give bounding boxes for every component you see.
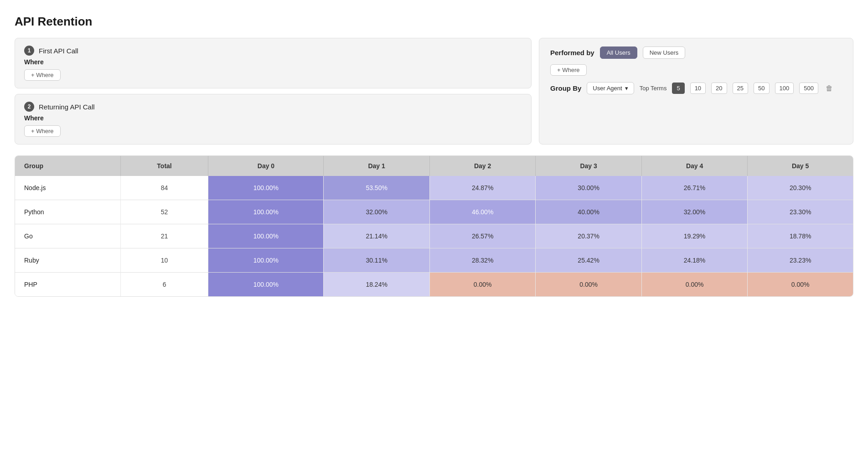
table-header-row: Group Total Day 0 Day 1 Day 2 Day 3 Day … (15, 156, 853, 176)
group-by-select[interactable]: User Agent ▾ (587, 82, 634, 94)
cell-day0: 100.00% (208, 248, 324, 273)
cell-day2: 24.87% (429, 176, 535, 200)
cell-group: Ruby (15, 248, 120, 273)
step-badge-2: 2 (24, 102, 34, 112)
performed-by-row: Performed by All Users New Users (550, 46, 842, 59)
trash-icon[interactable]: 🗑 (826, 84, 833, 93)
table-row: PHP 6 100.00% 18.24% 0.00% 0.00% 0.00% 0… (15, 273, 853, 297)
cell-day1: 32.00% (324, 200, 429, 224)
cell-day3: 0.00% (536, 273, 641, 297)
returning-api-call-box: 2 Returning API Call Where + Where (15, 94, 532, 145)
returning-add-where-button[interactable]: + Where (24, 125, 61, 137)
returning-api-call-name: Returning API Call (39, 103, 95, 111)
cell-day0: 100.00% (208, 273, 324, 297)
cell-day1: 30.11% (324, 248, 429, 273)
first-where-label: Where (24, 58, 522, 66)
term-50-button[interactable]: 50 (754, 83, 769, 94)
returning-api-call-header: 2 Returning API Call (24, 102, 522, 112)
cell-group: Python (15, 200, 120, 224)
col-group: Group (15, 156, 120, 176)
right-panel: Performed by All Users New Users + Where… (539, 38, 853, 145)
first-add-where-button[interactable]: + Where (24, 69, 61, 81)
table-row: Ruby 10 100.00% 30.11% 28.32% 25.42% 24.… (15, 248, 853, 273)
cell-day2: 26.57% (429, 224, 535, 248)
first-api-call-box: 1 First API Call Where + Where (15, 38, 532, 88)
term-20-button[interactable]: 20 (711, 83, 727, 94)
cell-day4: 19.29% (641, 224, 747, 248)
cell-day4: 0.00% (641, 273, 747, 297)
cell-day5: 18.78% (748, 224, 853, 248)
cell-group: Go (15, 224, 120, 248)
cell-day1: 53.50% (324, 176, 429, 200)
table-row: Python 52 100.00% 32.00% 46.00% 40.00% 3… (15, 200, 853, 224)
step-badge-1: 1 (24, 46, 34, 56)
cell-day1: 18.24% (324, 273, 429, 297)
returning-where-label: Where (24, 114, 522, 122)
table-row: Node.js 84 100.00% 53.50% 24.87% 30.00% … (15, 176, 853, 200)
cell-total: 21 (120, 224, 208, 248)
cell-day0: 100.00% (208, 224, 324, 248)
cell-total: 6 (120, 273, 208, 297)
top-terms-label: Top Terms (640, 85, 667, 92)
cell-day3: 40.00% (536, 200, 641, 224)
right-add-where-button[interactable]: + Where (550, 64, 587, 76)
col-day4: Day 4 (641, 156, 747, 176)
group-by-value: User Agent (593, 85, 622, 92)
col-day1: Day 1 (324, 156, 429, 176)
cell-day5: 0.00% (748, 273, 853, 297)
left-panel: 1 First API Call Where + Where 2 Returni… (15, 38, 532, 145)
cell-total: 52 (120, 200, 208, 224)
all-users-button[interactable]: All Users (600, 46, 637, 59)
col-day2: Day 2 (429, 156, 535, 176)
group-by-label: Group By (550, 84, 581, 92)
performed-by-label: Performed by (550, 49, 594, 57)
cell-day1: 21.14% (324, 224, 429, 248)
cell-total: 84 (120, 176, 208, 200)
cell-day2: 46.00% (429, 200, 535, 224)
group-by-row: Group By User Agent ▾ Top Terms 5 10 20 … (550, 82, 842, 94)
first-api-call-name: First API Call (39, 47, 78, 55)
cell-day0: 100.00% (208, 176, 324, 200)
cell-day5: 23.30% (748, 200, 853, 224)
cell-day4: 32.00% (641, 200, 747, 224)
cell-group: Node.js (15, 176, 120, 200)
first-api-call-header: 1 First API Call (24, 46, 522, 56)
term-500-button[interactable]: 500 (799, 83, 818, 94)
cell-day2: 28.32% (429, 248, 535, 273)
cell-day3: 30.00% (536, 176, 641, 200)
cell-group: PHP (15, 273, 120, 297)
term-10-button[interactable]: 10 (690, 83, 706, 94)
chevron-down-icon: ▾ (625, 85, 628, 92)
cell-day0: 100.00% (208, 200, 324, 224)
cell-day3: 25.42% (536, 248, 641, 273)
cell-day5: 23.23% (748, 248, 853, 273)
table-row: Go 21 100.00% 21.14% 26.57% 20.37% 19.29… (15, 224, 853, 248)
term-25-button[interactable]: 25 (733, 83, 748, 94)
top-section: 1 First API Call Where + Where 2 Returni… (15, 38, 853, 145)
cell-day2: 0.00% (429, 273, 535, 297)
retention-table: Group Total Day 0 Day 1 Day 2 Day 3 Day … (15, 156, 853, 296)
retention-table-wrapper: Group Total Day 0 Day 1 Day 2 Day 3 Day … (15, 155, 853, 297)
col-day0: Day 0 (208, 156, 324, 176)
new-users-button[interactable]: New Users (643, 46, 686, 59)
col-day3: Day 3 (536, 156, 641, 176)
col-total: Total (120, 156, 208, 176)
page-title: API Retention (15, 15, 853, 29)
cell-day4: 26.71% (641, 176, 747, 200)
cell-total: 10 (120, 248, 208, 273)
cell-day3: 20.37% (536, 224, 641, 248)
term-5-button[interactable]: 5 (672, 83, 684, 94)
col-day5: Day 5 (748, 156, 853, 176)
term-100-button[interactable]: 100 (775, 83, 794, 94)
cell-day4: 24.18% (641, 248, 747, 273)
cell-day5: 20.30% (748, 176, 853, 200)
